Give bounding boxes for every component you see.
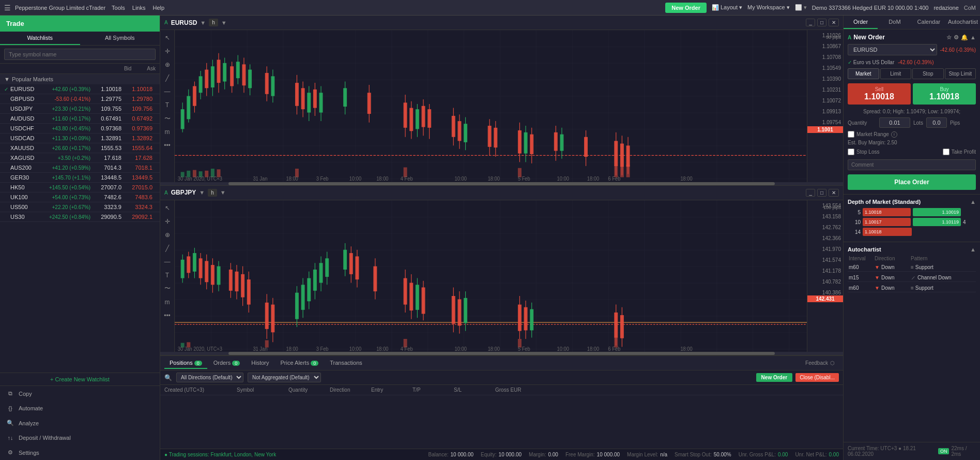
deposit-menu-item[interactable]: ↑↓ Deposit / Withdrawal: [0, 431, 160, 445]
tool-trend[interactable]: ╱: [162, 72, 173, 84]
tool-zoom[interactable]: ⊕: [162, 59, 173, 70]
new-order-button[interactable]: New Order: [665, 3, 707, 13]
order-bell-icon[interactable]: 🔔: [961, 34, 968, 41]
search-input[interactable]: [4, 49, 156, 60]
chart1-symbol[interactable]: EURUSD: [171, 19, 197, 26]
stop-loss-check[interactable]: Stop Loss: [848, 149, 879, 155]
search-positions-icon[interactable]: 🔍: [164, 374, 172, 381]
order-settings-icon[interactable]: ⚙: [954, 34, 959, 41]
chart2-symbol[interactable]: GBPJPY: [171, 189, 196, 196]
tab-calendar[interactable]: Calendar: [912, 16, 946, 29]
settings-menu-item[interactable]: ⚙ Settings: [0, 445, 160, 460]
market-row-gbpusd[interactable]: GBPUSD -53.60 (-0.41%) 1.29775 1.29780: [0, 94, 160, 104]
aggregation-select[interactable]: Not Aggregated (Default): [248, 373, 321, 382]
take-profit-check[interactable]: Take Profit: [943, 149, 976, 155]
tool-horizontal[interactable]: —: [162, 86, 173, 97]
order-type-market[interactable]: Market: [848, 68, 879, 79]
chart1-close[interactable]: ✕: [829, 19, 839, 26]
market-row-ger30[interactable]: GER30 +145.70 (+1.1%) 13448.5 13449.5: [0, 173, 160, 183]
menu-tools[interactable]: Tools: [112, 5, 125, 11]
tool2-crosshair[interactable]: ✛: [162, 216, 173, 227]
chart1-scrollbar[interactable]: [160, 182, 843, 185]
chart2-canvas[interactable]: 142.432 ▼ ▼ 142.443: [175, 200, 807, 352]
copy-menu-item[interactable]: ⧉ Copy: [0, 386, 160, 401]
market-row-usdjpy[interactable]: USDJPY +23.30 (+0.21%) 109.755 109.756: [0, 104, 160, 114]
create-watchlist-btn[interactable]: + Create New Watchlist: [0, 373, 160, 385]
tool2-cursor[interactable]: ↖: [162, 202, 173, 214]
tab-price-alerts[interactable]: Price Alerts0: [275, 358, 324, 369]
tool-crosshair[interactable]: ✛: [162, 46, 173, 57]
tab-watchlists[interactable]: Watchlists: [0, 32, 80, 45]
market-row-usdcad[interactable]: USDCAD +11.30 (+0.09%) 1.32891 1.32892: [0, 133, 160, 143]
bottom-new-order-btn[interactable]: New Order: [756, 373, 793, 382]
tool2-zoom[interactable]: ⊕: [162, 229, 173, 241]
ac-collapse-icon[interactable]: ▲: [970, 246, 976, 253]
tab-all-symbols[interactable]: All Symbols: [80, 32, 160, 45]
buy-button[interactable]: Buy 1.10018: [913, 83, 976, 105]
comment-input[interactable]: [848, 159, 976, 170]
tab-positions[interactable]: Positions0: [164, 358, 207, 369]
market-row-xagusd[interactable]: XAGUSD +3.50 (+0.2%) 17.618 17.628: [0, 153, 160, 163]
analyze-menu-item[interactable]: 🔍 Analyze: [0, 416, 160, 431]
chart2-maximize[interactable]: □: [817, 189, 826, 197]
market-row-uk100[interactable]: UK100 +54.00 (+0.73%) 7482.6 7483.6: [0, 192, 160, 202]
layout-button[interactable]: 📊 Layout ▾: [712, 4, 742, 11]
market-row-audusd[interactable]: AUDUSD +11.60 (+0.17%) 0.67491 0.67492: [0, 114, 160, 124]
market-row-us30[interactable]: US30 +242.50 (+0.84%) 29090.5 29092.1: [0, 212, 160, 222]
pips-input[interactable]: [926, 117, 947, 128]
order-type-limit[interactable]: Limit: [880, 68, 912, 79]
dom-ask-bar-2[interactable]: 1.10119: [913, 218, 961, 226]
order-star-icon[interactable]: ☆: [946, 34, 952, 41]
menu-help[interactable]: Help: [152, 5, 164, 11]
dom-collapse-icon[interactable]: ▲: [970, 199, 976, 205]
dom-bid-bar-3[interactable]: 1.10018: [863, 228, 912, 236]
order-minimize-icon[interactable]: ▲: [970, 34, 976, 41]
tool2-horizontal[interactable]: —: [162, 256, 173, 268]
sell-button[interactable]: Sell 1.10018: [848, 83, 911, 105]
quantity-input[interactable]: [879, 117, 910, 128]
tool-cursor[interactable]: ↖: [162, 32, 173, 43]
tab-order[interactable]: Order: [844, 16, 878, 29]
feedback-btn[interactable]: Feedback ⬡: [801, 359, 839, 367]
tool2-fibonacci[interactable]: 〜: [162, 283, 173, 294]
popular-markets-header[interactable]: ▼Popular Markets: [0, 74, 160, 84]
tab-autochartist[interactable]: Autochartist: [946, 16, 980, 29]
chart2-minimize[interactable]: _: [806, 189, 815, 197]
directions-select[interactable]: All Directions (Default): [176, 373, 243, 382]
tool-more[interactable]: •••: [162, 140, 173, 151]
chart2-timeframe[interactable]: h: [208, 189, 217, 197]
market-row-aus200[interactable]: AUS200 +41.20 (+0.59%) 7014.3 7018.1: [0, 163, 160, 173]
chart2-scrollbar[interactable]: [160, 352, 843, 355]
chart1-minimize[interactable]: _: [806, 19, 815, 26]
order-type-stoplimit[interactable]: Stop Limit: [945, 68, 976, 79]
dom-ask-bar-1[interactable]: 1.10019: [913, 208, 961, 216]
market-row-hk50[interactable]: HK50 +145.50 (+0.54%) 27007.0 27015.0: [0, 183, 160, 192]
chart1-canvas[interactable]: 1.1001s ▼ ▼ 1.10018: [175, 30, 807, 182]
market-row-usdchf[interactable]: USDCHF +43.80 (+0.45%) 0.97368 0.97369: [0, 124, 160, 133]
market-row-us500[interactable]: US500 +22.20 (+0.67%) 3323.9 3324.3: [0, 202, 160, 212]
market-range-check[interactable]: Market Range i: [848, 131, 897, 138]
com-label[interactable]: CoM: [964, 5, 976, 11]
tab-orders[interactable]: Orders0: [208, 358, 246, 369]
dom-bid-bar-1[interactable]: 1.10018: [863, 208, 911, 216]
tool2-trend[interactable]: ╱: [162, 243, 173, 254]
order-type-stop[interactable]: Stop: [912, 68, 944, 79]
tool-measure[interactable]: m: [162, 126, 173, 138]
chart2-close[interactable]: ✕: [829, 189, 839, 197]
market-row-xauusd[interactable]: XAUUSD +26.60 (+0.17%) 1555.53 1555.64: [0, 143, 160, 153]
tool2-measure[interactable]: m: [162, 296, 173, 308]
hamburger-icon[interactable]: ☰: [4, 4, 11, 12]
market-row-eurusd[interactable]: ✓ EURUSD +42.60 (+0.39%) 1.10018 1.10018: [0, 84, 160, 94]
dom-bid-bar-2[interactable]: 1.10017: [863, 218, 911, 226]
workspace-button[interactable]: My Workspace ▾: [747, 4, 790, 11]
bottom-close-btn[interactable]: Close (Disabl...: [795, 373, 839, 382]
tool-text[interactable]: T: [162, 99, 173, 111]
chart1-timeframe[interactable]: h: [209, 19, 218, 26]
automate-menu-item[interactable]: {} Automate: [0, 401, 160, 416]
tool-fibonacci[interactable]: 〜: [162, 113, 173, 124]
tab-transactions[interactable]: Transactions: [325, 358, 368, 369]
tab-dom[interactable]: DoM: [878, 16, 912, 29]
tab-history[interactable]: History: [246, 358, 274, 369]
chart1-maximize[interactable]: □: [817, 19, 826, 26]
tool2-text[interactable]: T: [162, 270, 173, 281]
